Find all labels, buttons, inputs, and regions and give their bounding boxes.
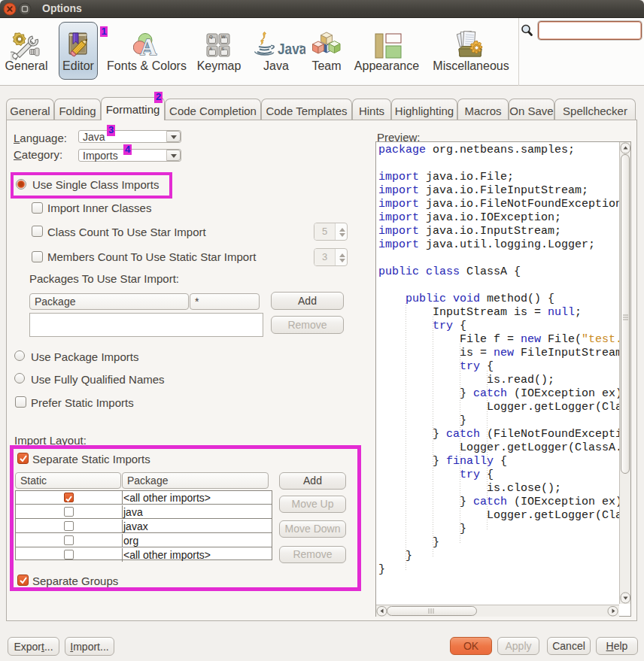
svg-text:S: S <box>221 47 224 51</box>
svg-text:W: W <box>221 35 226 39</box>
svg-text:A: A <box>209 47 213 51</box>
svg-text:A: A <box>140 34 157 57</box>
svg-text:Java: Java <box>278 40 305 57</box>
svg-text:Q: Q <box>209 35 213 39</box>
